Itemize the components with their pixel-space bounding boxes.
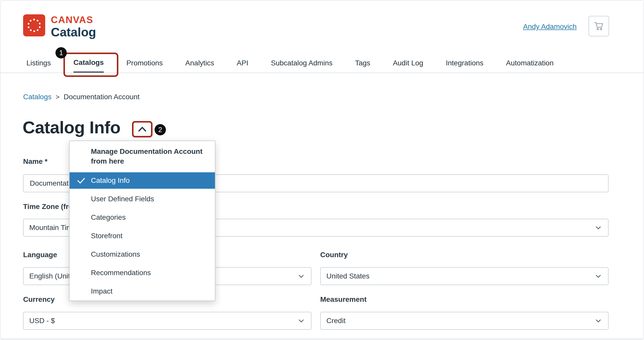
- tab-automatization[interactable]: Automatization: [506, 53, 554, 73]
- main-nav: Listings Catalogs Promotions Analytics A…: [1, 53, 643, 73]
- menu-item-recommendations[interactable]: Recommendations: [70, 265, 215, 281]
- brand-catalog-text: Catalog: [51, 26, 96, 39]
- tab-audit-log[interactable]: Audit Log: [393, 53, 423, 73]
- country-label: Country: [320, 251, 348, 259]
- tab-subcatalog-admins[interactable]: Subcatalog Admins: [271, 53, 333, 73]
- tab-listings[interactable]: Listings: [26, 53, 51, 73]
- chevron-up-icon: [137, 125, 148, 134]
- user-account-link[interactable]: Andy Adamovich: [523, 23, 577, 31]
- tab-promotions[interactable]: Promotions: [126, 53, 163, 73]
- language-label: Language: [23, 251, 57, 259]
- menu-item-label: User Defined Fields: [91, 195, 154, 203]
- menu-item-label: Catalog Info: [91, 176, 130, 185]
- chevron-down-icon: [297, 317, 305, 325]
- currency-select[interactable]: USD - $: [23, 312, 311, 330]
- chevron-down-icon: [594, 272, 602, 280]
- menu-item-catalog-info[interactable]: Catalog Info: [70, 172, 215, 189]
- measurement-select[interactable]: Credit: [320, 312, 609, 330]
- menu-item-impact[interactable]: Impact: [70, 283, 215, 299]
- breadcrumb: Catalogs > Documentation Account: [23, 93, 139, 101]
- page-title: Catalog Info: [23, 117, 120, 137]
- section-collapse-button[interactable]: [134, 123, 150, 135]
- menu-item-label: Recommendations: [91, 269, 151, 277]
- tab-api[interactable]: API: [237, 53, 248, 73]
- chevron-down-icon: [594, 317, 602, 325]
- menu-item-user-defined-fields[interactable]: User Defined Fields: [70, 191, 215, 207]
- menu-item-label: Categories: [91, 213, 126, 222]
- shopping-cart-icon: [593, 20, 605, 33]
- breadcrumb-separator: >: [56, 93, 60, 101]
- tab-catalogs[interactable]: Catalogs: [73, 53, 104, 73]
- menu-item-categories[interactable]: Categories: [70, 209, 215, 226]
- breadcrumb-catalogs-link[interactable]: Catalogs: [23, 93, 52, 101]
- menu-item-customizations[interactable]: Customizations: [70, 246, 215, 263]
- brand-wordmark: CANVAS Catalog: [51, 15, 96, 39]
- name-label: Name *: [23, 157, 48, 166]
- canvas-logo-icon: [27, 19, 41, 32]
- currency-select-value: USD - $: [29, 317, 55, 325]
- chevron-down-icon: [594, 224, 602, 232]
- menu-header: Manage Documentation Account from here: [70, 147, 215, 166]
- menu-item-storefront[interactable]: Storefront: [70, 228, 215, 244]
- annotation-badge-step1: 1: [55, 47, 67, 58]
- annotation-badge-step2: 2: [155, 124, 166, 135]
- tab-tags[interactable]: Tags: [355, 53, 370, 73]
- country-select-value: United States: [326, 272, 370, 280]
- country-select[interactable]: United States: [320, 267, 609, 285]
- manage-account-menu: Manage Documentation Account from here C…: [69, 141, 215, 301]
- chevron-down-icon: [297, 272, 305, 280]
- canvas-logo[interactable]: [23, 14, 45, 36]
- brand-canvas-text: CANVAS: [51, 15, 96, 25]
- canvas-catalog-admin-screen: CANVAS Catalog Andy Adamovich Listings C…: [0, 0, 644, 340]
- menu-item-label: Customizations: [91, 250, 140, 258]
- breadcrumb-current: Documentation Account: [64, 93, 140, 101]
- menu-item-label: Impact: [91, 287, 112, 295]
- measurement-select-value: Credit: [326, 317, 346, 325]
- cart-button[interactable]: [589, 16, 609, 36]
- measurement-label: Measurement: [320, 295, 367, 304]
- tab-analytics[interactable]: Analytics: [185, 53, 214, 73]
- checkmark-icon: [77, 176, 86, 185]
- tab-integrations[interactable]: Integrations: [446, 53, 483, 73]
- bottom-divider: [1, 338, 643, 339]
- menu-item-label: Storefront: [91, 232, 122, 240]
- currency-label: Currency: [23, 295, 55, 304]
- menu-list: Catalog Info User Defined Fields Categor…: [70, 172, 215, 299]
